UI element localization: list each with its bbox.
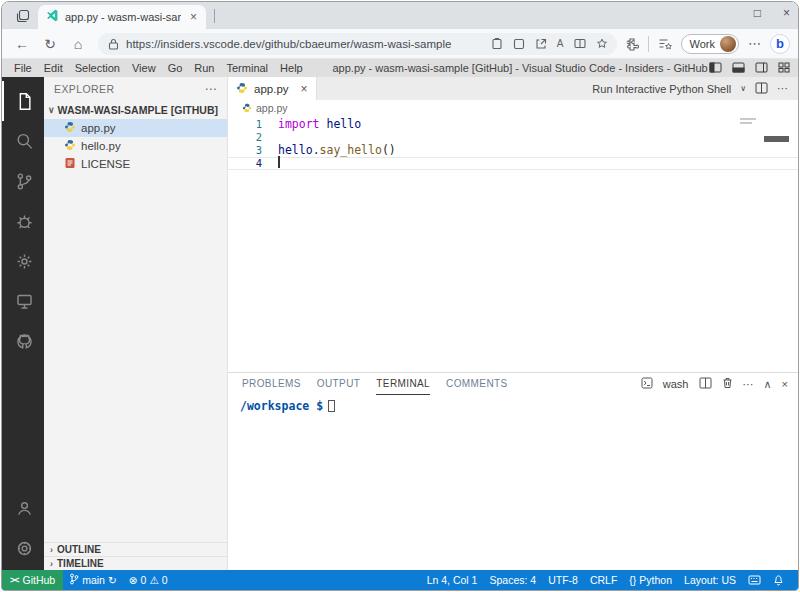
shell-name[interactable]: wash — [663, 378, 689, 390]
favorites-bar-icon[interactable] — [658, 38, 672, 50]
file-row-license[interactable]: LICENSE — [44, 155, 227, 173]
menu-view[interactable]: View — [126, 62, 162, 74]
terminal[interactable]: /workspace $ — [228, 395, 798, 570]
branch-indicator[interactable]: main ↻ — [63, 573, 123, 587]
vscode-logo-icon — [46, 8, 59, 26]
menu-edit[interactable]: Edit — [38, 62, 69, 74]
sync-icon[interactable]: ↻ — [108, 574, 117, 586]
browser-tab-title: app.py - wasm-wasi-sample [Git — [65, 11, 181, 23]
address-bar[interactable]: https://insiders.vscode.dev/github/cbaeu… — [98, 33, 617, 55]
menu-terminal[interactable]: Terminal — [221, 62, 275, 74]
toggle-panel-icon[interactable] — [732, 59, 745, 77]
split-screen-icon[interactable] — [574, 38, 586, 49]
clipboard-icon[interactable] — [491, 37, 503, 50]
search-icon[interactable] — [2, 121, 44, 161]
share-icon[interactable] — [535, 38, 547, 50]
keyboard-layout[interactable]: Layout: US — [678, 574, 742, 586]
keyboard-layout-icon[interactable] — [742, 575, 767, 585]
error-count: 0 — [141, 574, 147, 586]
customize-layout-icon[interactable] — [778, 59, 790, 77]
editor-more-icon[interactable]: ⋯ — [777, 82, 788, 95]
code-token-keyword: import — [278, 117, 320, 131]
github-icon[interactable] — [2, 321, 44, 361]
panel-more-icon[interactable]: ⋯ — [743, 378, 754, 391]
refresh-icon[interactable]: ↻ — [38, 32, 62, 56]
file-name: app.py — [81, 122, 116, 134]
file-row-hello-py[interactable]: hello.py — [44, 137, 227, 155]
tab-close-icon[interactable]: × — [301, 82, 308, 96]
warning-icon: ⚠ — [149, 574, 158, 586]
cursor-position[interactable]: Ln 4, Col 1 — [421, 574, 484, 586]
tab-comments[interactable]: COMMENTS — [446, 373, 508, 395]
maximize-panel-icon[interactable]: ∧ — [764, 378, 772, 391]
profile-name: Work — [690, 38, 715, 50]
remote-explorer-icon[interactable] — [2, 281, 44, 321]
browser-toolbar: ← ↻ ⌂ https://insiders.vscode.dev/github… — [2, 29, 798, 59]
menu-help[interactable]: Help — [274, 62, 309, 74]
split-editor-icon[interactable] — [755, 80, 768, 98]
code-editor[interactable]: 1 import hello 2 3 hello.say_hello() 4 — [228, 115, 798, 372]
home-icon[interactable]: ⌂ — [66, 32, 90, 56]
menu-selection[interactable]: Selection — [69, 62, 126, 74]
explorer-more-icon[interactable]: ⋯ — [205, 82, 217, 96]
menu-run[interactable]: Run — [188, 62, 220, 74]
window-restore-icon[interactable]: □ — [754, 6, 761, 20]
read-aloud-icon[interactable]: A — [557, 38, 564, 49]
browser-tab[interactable]: app.py - wasm-wasi-sample [Git × — [38, 5, 206, 29]
toggle-sidebar-icon[interactable] — [709, 59, 722, 77]
eol-setting[interactable]: CRLF — [584, 574, 623, 586]
tab-terminal[interactable]: TERMINAL — [376, 373, 430, 395]
editor-tab-app-py[interactable]: app.py × — [228, 77, 317, 100]
chevron-down-icon[interactable]: ∨ — [740, 84, 746, 93]
breadcrumb-item[interactable]: app.py — [256, 102, 288, 114]
timeline-section[interactable]: › TIMELINE — [44, 556, 227, 570]
license-file-icon — [64, 157, 76, 172]
workspaces-icon[interactable] — [10, 6, 36, 26]
source-control-icon[interactable] — [2, 161, 44, 201]
outline-section[interactable]: › OUTLINE — [44, 542, 227, 556]
toggle-secondary-sidebar-icon[interactable] — [755, 59, 768, 77]
apps-icon[interactable] — [513, 38, 525, 50]
menu-file[interactable]: File — [8, 62, 38, 74]
notifications-bell-icon[interactable] — [767, 574, 790, 586]
file-row-app-py[interactable]: app.py — [44, 119, 227, 137]
encoding-setting[interactable]: UTF-8 — [542, 574, 584, 586]
accounts-icon[interactable] — [2, 488, 44, 528]
kill-terminal-icon[interactable] — [722, 375, 733, 393]
tab-problems[interactable]: PROBLEMS — [242, 373, 301, 395]
run-debug-icon[interactable] — [2, 201, 44, 241]
close-panel-icon[interactable]: × — [782, 378, 788, 390]
minimap[interactable] — [740, 118, 760, 126]
menu-go[interactable]: Go — [162, 62, 189, 74]
tab-close-icon[interactable]: × — [187, 10, 200, 24]
indent-setting[interactable]: Spaces: 4 — [483, 574, 542, 586]
chevron-right-icon: › — [50, 559, 53, 569]
editor-group: app.py × Run Interactive Python Shell ∨ … — [228, 77, 798, 570]
url-text[interactable]: https://insiders.vscode.dev/github/cbaeu… — [126, 38, 484, 50]
remote-indicator[interactable]: >< GitHub — [2, 570, 63, 590]
extensions-browser-icon[interactable] — [625, 37, 639, 51]
lock-icon — [108, 38, 119, 50]
workspace-folder-label: WASM-WASI-SAMPLE [GITHUB] — [58, 104, 218, 116]
window-close-icon[interactable]: × — [783, 6, 790, 20]
favorites-icon[interactable] — [596, 38, 609, 50]
terminal-profile-icon[interactable] — [641, 375, 653, 393]
python-file-icon — [64, 139, 76, 154]
profile-button[interactable]: Work — [681, 34, 739, 54]
terminal-prompt: /workspace $ — [240, 399, 323, 413]
tab-output[interactable]: OUTPUT — [317, 373, 361, 395]
bing-chat-icon[interactable]: b — [770, 34, 790, 54]
language-mode[interactable]: {} Python — [623, 574, 678, 586]
breadcrumb[interactable]: app.py — [228, 100, 798, 115]
problems-indicator[interactable]: ⊗ 0 ⚠ 0 — [123, 574, 174, 586]
explorer-icon[interactable] — [2, 81, 44, 121]
workspace-folder-row[interactable]: ∨ WASM-WASI-SAMPLE [GITHUB] — [44, 101, 227, 119]
split-terminal-icon[interactable] — [699, 375, 712, 393]
settings-gear-icon[interactable] — [2, 528, 44, 568]
extensions-icon[interactable] — [2, 241, 44, 281]
browser-more-icon[interactable]: ⋯ — [748, 36, 761, 51]
back-icon[interactable]: ← — [10, 32, 34, 56]
line-number: 4 — [228, 157, 262, 169]
run-python-shell-button[interactable]: Run Interactive Python Shell — [592, 83, 731, 95]
code-token-module: hello — [320, 117, 362, 131]
